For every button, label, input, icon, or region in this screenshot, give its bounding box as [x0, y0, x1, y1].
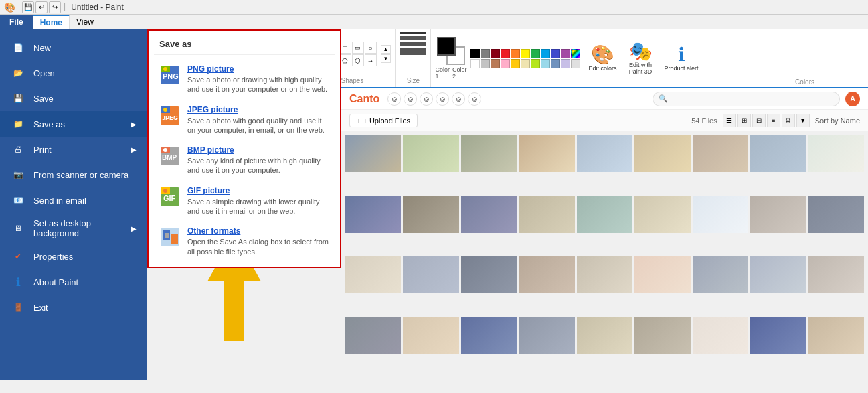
photo-thumb[interactable] — [808, 196, 864, 233]
photo-thumb[interactable] — [577, 135, 632, 172]
swatch-yellow[interactable] — [521, 49, 530, 58]
photo-thumb[interactable] — [634, 317, 690, 354]
photo-thumb[interactable] — [750, 256, 806, 293]
product-alert-btn[interactable]: ℹ Product alert — [661, 43, 703, 74]
size-xl[interactable] — [400, 48, 426, 55]
save-as-gif[interactable]: GIF GIF picture Save a simple drawing wi… — [154, 181, 335, 222]
swatch-red[interactable] — [501, 49, 510, 58]
photo-thumb[interactable] — [403, 317, 458, 354]
shapes-down-btn[interactable]: ▼ — [381, 54, 392, 63]
photo-thumb[interactable] — [750, 196, 806, 233]
swatch-gold[interactable] — [511, 59, 520, 68]
photo-thumb[interactable] — [519, 317, 574, 354]
save-as-png[interactable]: PNG PNG picture Save a photo or drawing … — [154, 59, 335, 100]
redo-btn[interactable]: ↪ — [49, 1, 61, 13]
photo-thumb[interactable] — [577, 256, 632, 293]
save-quick-btn[interactable]: 💾 — [22, 1, 34, 13]
menu-exit[interactable]: 🚪 Exit — [0, 295, 147, 320]
photo-thumb[interactable] — [345, 256, 401, 293]
upload-files-btn[interactable]: + + Upload Files — [349, 114, 418, 127]
menu-properties[interactable]: ✔ Properties — [0, 244, 147, 269]
menu-save[interactable]: 💾 Save — [0, 86, 147, 111]
undo-btn[interactable]: ↩ — [35, 1, 48, 13]
shape-round-rect[interactable]: ▭ — [352, 42, 364, 54]
photo-thumb[interactable] — [345, 196, 401, 233]
save-as-other[interactable]: Other formats Open the Save As dialog bo… — [154, 221, 335, 262]
swatch-orange[interactable] — [511, 49, 520, 58]
swatch-brown[interactable] — [491, 59, 500, 68]
view-filter-btn[interactable]: ▼ — [796, 114, 810, 127]
menu-open[interactable]: 📂 Open — [0, 60, 147, 86]
photo-thumb[interactable] — [750, 135, 806, 172]
swatch-pink[interactable] — [501, 59, 510, 68]
photo-thumb[interactable] — [345, 317, 401, 354]
swatch-purple[interactable] — [561, 49, 570, 58]
swatch-lightyellow[interactable] — [521, 59, 530, 68]
photo-thumb[interactable] — [461, 196, 517, 233]
canto-nav-1[interactable]: ☺ — [387, 92, 401, 106]
swatch-lightgreen[interactable] — [531, 59, 540, 68]
menu-send-email[interactable]: 📧 Send in email — [0, 187, 147, 213]
photo-thumb[interactable] — [403, 256, 458, 293]
photo-thumb[interactable] — [750, 317, 806, 354]
size-s[interactable] — [400, 32, 426, 34]
swatch-darkred[interactable] — [491, 49, 500, 58]
photo-thumb[interactable] — [403, 196, 458, 233]
swatch-lavender[interactable] — [561, 59, 570, 68]
size-l[interactable] — [400, 42, 426, 46]
photo-thumb[interactable] — [808, 256, 864, 293]
photo-thumb[interactable] — [693, 196, 748, 233]
photo-thumb[interactable] — [345, 135, 401, 172]
photo-thumb[interactable] — [519, 256, 574, 293]
photo-thumb[interactable] — [634, 196, 690, 233]
shape-ellipse[interactable]: ○ — [365, 42, 377, 54]
sort-label[interactable]: Sort by Name — [815, 116, 860, 125]
swatch-rainbow[interactable] — [571, 49, 580, 58]
save-as-jpeg[interactable]: JPEG JPEG picture Save a photo with good… — [154, 100, 335, 141]
swatch-blue[interactable] — [541, 49, 550, 58]
photo-thumb[interactable] — [577, 196, 632, 233]
view-detail-btn[interactable]: ≡ — [767, 114, 780, 127]
swatch-white[interactable] — [470, 59, 480, 68]
menu-print[interactable]: 🖨 Print ▶ — [0, 137, 147, 162]
photo-thumb[interactable] — [693, 135, 748, 172]
menu-save-as[interactable]: 📁 Save as ▶ — [0, 111, 147, 137]
canto-nav-3[interactable]: ☺ — [420, 92, 433, 106]
canto-nav-4[interactable]: ☺ — [436, 92, 449, 106]
view-grid-btn[interactable]: ⊞ — [737, 114, 751, 127]
swatch-green[interactable] — [531, 49, 540, 58]
photo-thumb[interactable] — [577, 317, 632, 354]
photo-thumb[interactable] — [693, 317, 748, 354]
file-tab[interactable]: File — [0, 15, 33, 29]
photo-thumb[interactable] — [519, 135, 574, 172]
swatch-lightgray[interactable] — [481, 59, 490, 68]
save-as-bmp[interactable]: BMP BMP picture Save any kind of picture… — [154, 140, 335, 181]
canto-user-avatar[interactable]: A — [845, 92, 860, 106]
photo-thumb[interactable] — [808, 135, 864, 172]
size-m[interactable] — [400, 36, 426, 40]
swatch-black[interactable] — [470, 49, 480, 58]
photo-thumb[interactable] — [693, 256, 748, 293]
photo-thumb[interactable] — [461, 256, 517, 293]
canto-search-bar[interactable]: 🔍 — [653, 92, 840, 106]
swatch-extra[interactable] — [571, 59, 580, 68]
menu-from-scanner[interactable]: 📷 From scanner or camera — [0, 162, 147, 187]
canto-nav-6[interactable]: ☺ — [468, 92, 481, 106]
shape-hex[interactable]: ⬡ — [352, 54, 364, 66]
photo-thumb[interactable] — [634, 135, 690, 172]
canto-nav-2[interactable]: ☺ — [404, 92, 417, 106]
tab-view[interactable]: View — [70, 15, 100, 29]
view-list-btn[interactable]: ☰ — [723, 114, 736, 127]
photo-thumb[interactable] — [403, 135, 458, 172]
color1-box[interactable] — [437, 37, 456, 56]
photo-thumb[interactable] — [461, 135, 517, 172]
shape-arrow[interactable]: → — [365, 54, 377, 66]
tab-home[interactable]: Home — [33, 15, 70, 29]
swatch-lightblue[interactable] — [541, 59, 550, 68]
menu-set-desktop[interactable]: 🖥 Set as desktop background ▶ — [0, 213, 147, 244]
photo-thumb[interactable] — [519, 196, 574, 233]
photo-thumb[interactable] — [461, 317, 517, 354]
menu-about[interactable]: ℹ About Paint — [0, 269, 147, 295]
edit-paint3d-btn[interactable]: 🎭 Edit withPaint 3D — [625, 40, 657, 78]
shapes-up-btn[interactable]: ▲ — [381, 45, 392, 54]
